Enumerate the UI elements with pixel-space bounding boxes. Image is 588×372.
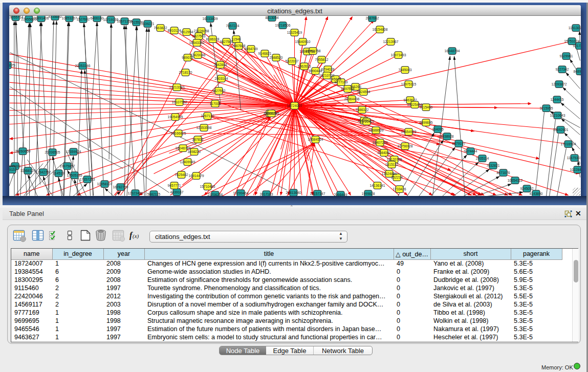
svg-text:1244415: 1244415 bbox=[550, 98, 563, 101]
svg-text:8910124: 8910124 bbox=[167, 29, 181, 32]
svg-text:2084067: 2084067 bbox=[377, 151, 390, 155]
svg-text:1362615: 1362615 bbox=[297, 64, 311, 68]
svg-text:1999828: 1999828 bbox=[361, 192, 375, 195]
svg-text:8990448: 8990448 bbox=[309, 69, 322, 73]
svg-text:19054945: 19054945 bbox=[167, 115, 183, 119]
svg-text:9777169: 9777169 bbox=[334, 80, 347, 84]
svg-text:8813054: 8813054 bbox=[265, 16, 278, 19]
svg-text:16210722: 16210722 bbox=[319, 74, 334, 77]
svg-text:10853267: 10853267 bbox=[61, 16, 77, 20]
svg-text:26260650: 26260650 bbox=[15, 149, 30, 153]
svg-text:18724007: 18724007 bbox=[287, 104, 302, 107]
svg-text:15692901: 15692901 bbox=[553, 128, 568, 132]
svg-text:16648794: 16648794 bbox=[444, 49, 460, 53]
svg-text:12975115: 12975115 bbox=[401, 82, 416, 86]
svg-text:252214: 252214 bbox=[391, 176, 403, 179]
svg-text:10756928: 10756928 bbox=[397, 144, 412, 148]
svg-text:9245052: 9245052 bbox=[520, 187, 533, 190]
svg-text:6794028: 6794028 bbox=[321, 68, 334, 71]
svg-text:9217207: 9217207 bbox=[573, 44, 581, 48]
svg-text:8471676: 8471676 bbox=[496, 171, 510, 174]
svg-text:8938928: 8938928 bbox=[440, 135, 453, 138]
svg-text:7485003: 7485003 bbox=[398, 68, 411, 72]
svg-text:15640910: 15640910 bbox=[295, 40, 310, 43]
svg-text:16782759: 16782759 bbox=[113, 185, 128, 189]
svg-text:19975857: 19975857 bbox=[59, 164, 75, 168]
svg-text:5682115: 5682115 bbox=[147, 192, 160, 196]
svg-text:17357253: 17357253 bbox=[79, 178, 95, 181]
svg-text:20813640: 20813640 bbox=[286, 191, 301, 194]
svg-text:2087662: 2087662 bbox=[365, 16, 379, 20]
svg-text:19384554: 19384554 bbox=[308, 138, 323, 141]
svg-text:18300295: 18300295 bbox=[264, 112, 279, 115]
svg-text:12213383: 12213383 bbox=[169, 85, 184, 89]
svg-text:2803144: 2803144 bbox=[214, 77, 228, 80]
svg-text:1839221: 1839221 bbox=[141, 22, 154, 26]
svg-text:20206505: 20206505 bbox=[45, 150, 60, 154]
svg-text:10688609: 10688609 bbox=[368, 128, 383, 132]
svg-text:15157347: 15157347 bbox=[310, 192, 325, 195]
svg-text:746266: 746266 bbox=[350, 85, 361, 89]
svg-text:12323466: 12323466 bbox=[127, 191, 143, 195]
svg-text:5322037: 5322037 bbox=[285, 59, 298, 63]
svg-text:3912954: 3912954 bbox=[180, 30, 193, 34]
svg-text:11546: 11546 bbox=[231, 37, 241, 41]
svg-text:10654112: 10654112 bbox=[507, 179, 522, 182]
svg-text:10958107: 10958107 bbox=[97, 182, 112, 186]
svg-text:1615112: 1615112 bbox=[385, 163, 398, 166]
svg-text:4143890: 4143890 bbox=[529, 192, 542, 195]
svg-text:8186328: 8186328 bbox=[206, 37, 219, 41]
svg-text:19299464: 19299464 bbox=[233, 191, 248, 195]
svg-text:15751074: 15751074 bbox=[564, 39, 579, 43]
svg-text:989013: 989013 bbox=[182, 56, 193, 59]
svg-text:16154808: 16154808 bbox=[372, 28, 387, 31]
svg-text:2342848: 2342848 bbox=[213, 63, 227, 67]
svg-text:10107552: 10107552 bbox=[171, 100, 187, 104]
svg-text:2588520: 2588520 bbox=[269, 56, 282, 59]
svg-text:9827552: 9827552 bbox=[212, 89, 225, 93]
svg-text:7632821: 7632821 bbox=[486, 164, 499, 167]
svg-text:9329961: 9329961 bbox=[559, 54, 573, 58]
svg-text:387832: 387832 bbox=[192, 138, 204, 141]
svg-text:7955812: 7955812 bbox=[315, 58, 328, 61]
svg-text:16543362: 16543362 bbox=[189, 41, 204, 45]
svg-text:23226058: 23226058 bbox=[193, 29, 209, 33]
svg-text:9827503: 9827503 bbox=[192, 34, 205, 38]
svg-text:20891406: 20891406 bbox=[33, 16, 49, 20]
svg-text:17016504: 17016504 bbox=[560, 142, 576, 146]
svg-text:2367608: 2367608 bbox=[232, 44, 245, 48]
svg-text:(x): (x) bbox=[133, 233, 139, 239]
svg-text:7857224: 7857224 bbox=[226, 24, 239, 28]
svg-text:7625402: 7625402 bbox=[175, 173, 188, 177]
svg-text:17359924: 17359924 bbox=[66, 150, 81, 154]
svg-text:114519: 114519 bbox=[53, 171, 64, 175]
svg-text:19166825: 19166825 bbox=[170, 132, 186, 135]
svg-text:15720407: 15720407 bbox=[359, 120, 374, 123]
svg-text:7663822: 7663822 bbox=[154, 26, 167, 30]
svg-text:16210643: 16210643 bbox=[550, 114, 565, 117]
svg-text:9457771: 9457771 bbox=[167, 184, 181, 187]
svg-text:16046788: 16046788 bbox=[175, 146, 190, 150]
svg-text:11513074: 11513074 bbox=[568, 26, 580, 30]
svg-text:11675301: 11675301 bbox=[567, 156, 580, 160]
svg-text:19218506: 19218506 bbox=[275, 24, 290, 27]
svg-text:9474444: 9474444 bbox=[464, 149, 477, 153]
svg-text:3215955: 3215955 bbox=[539, 106, 553, 110]
svg-text:8454749: 8454749 bbox=[244, 47, 257, 51]
svg-text:16961758: 16961758 bbox=[305, 49, 320, 53]
svg-text:164095: 164095 bbox=[432, 127, 444, 131]
svg-text:13524851: 13524851 bbox=[381, 172, 397, 176]
svg-text:16120746: 16120746 bbox=[386, 158, 402, 161]
svg-text:10719155: 10719155 bbox=[103, 18, 118, 21]
svg-text:16033809: 16033809 bbox=[202, 17, 217, 20]
svg-text:2718170: 2718170 bbox=[179, 71, 192, 74]
svg-text:19654923: 19654923 bbox=[401, 130, 416, 134]
svg-text:12093872: 12093872 bbox=[551, 82, 567, 86]
svg-text:14136141: 14136141 bbox=[369, 184, 385, 187]
svg-text:845001: 845001 bbox=[9, 164, 21, 168]
svg-text:20364436: 20364436 bbox=[344, 97, 359, 101]
svg-text:11325419: 11325419 bbox=[287, 31, 302, 34]
svg-text:12213967: 12213967 bbox=[383, 40, 398, 43]
svg-text:4735650: 4735650 bbox=[48, 16, 61, 18]
svg-text:10025458: 10025458 bbox=[407, 103, 422, 106]
